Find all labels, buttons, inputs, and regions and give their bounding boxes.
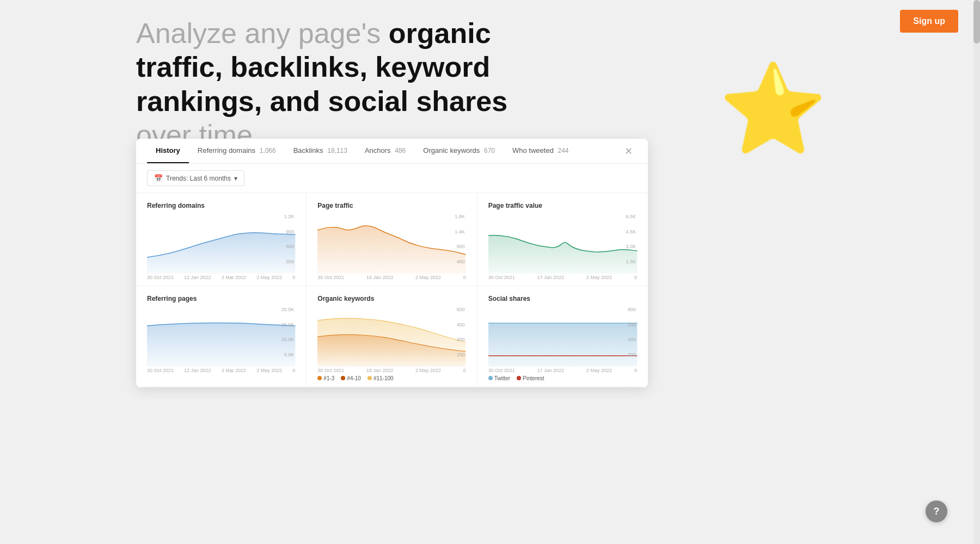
- chart-page-traffic-x-labels: 30 Oct 202116 Jan 20222 May 20220: [317, 275, 465, 280]
- tab-referring-domains[interactable]: Referring domains 1,066: [189, 139, 285, 163]
- help-button[interactable]: ?: [926, 500, 947, 522]
- charts-grid: Referring domains 1.2K900600300: [136, 193, 648, 387]
- chart-page-traffic: Page traffic 1.8K1.4K900450: [307, 193, 477, 286]
- trends-bar: 📅 Trends: Last 6 months ▾: [136, 164, 648, 193]
- chart-page-traffic-value-x-labels: 30 Oct 202117 Jan 20222 May 20220: [488, 275, 637, 280]
- legend-twitter: Twitter: [488, 375, 510, 381]
- hero-line1-light: Analyze any page's: [136, 17, 389, 49]
- star-decoration: ⭐: [719, 65, 828, 152]
- chart-organic-keywords: Organic keywords: [307, 286, 477, 387]
- chevron-down-icon: ▾: [234, 175, 237, 182]
- close-icon[interactable]: ✕: [620, 145, 637, 157]
- tab-organic-keywords[interactable]: Organic keywords 670: [414, 139, 504, 163]
- chart-page-traffic-value-area: 6.5K4.5K3.0K1.5K: [488, 214, 637, 274]
- legend-11-100: #11-100: [367, 375, 394, 381]
- hero-heading: Analyze any page's organictraffic, backl…: [136, 16, 544, 152]
- chart-page-traffic-area: 1.8K1.4K900450: [317, 214, 465, 274]
- legend-4-10: #4-10: [341, 375, 361, 381]
- tab-bar: History Referring domains 1,066 Backlink…: [136, 139, 648, 164]
- scrollbar-track: [973, 0, 980, 544]
- tab-backlinks[interactable]: Backlinks 18,113: [285, 139, 356, 163]
- chart-social-shares-area: 800600400200: [488, 307, 637, 367]
- trends-label: Trends: Last 6 months: [166, 175, 231, 182]
- chart-referring-pages-title: Referring pages: [147, 295, 295, 302]
- chart-organic-keywords-title: Organic keywords: [317, 295, 465, 302]
- chart-referring-domains-x-labels: 30 Oct 202112 Jan 20222 Mar 20222 May 20…: [147, 275, 295, 280]
- trends-dropdown-button[interactable]: 📅 Trends: Last 6 months ▾: [147, 170, 244, 186]
- header: Sign up: [878, 0, 980, 42]
- calendar-icon: 📅: [154, 174, 163, 182]
- chart-referring-pages-x-labels: 30 Oct 202112 Jan 20222 Mar 20222 May 20…: [147, 368, 295, 373]
- legend-pinterest: Pinterest: [517, 375, 544, 381]
- chart-page-traffic-value: Page traffic value 6.5K4.5K3.0K1.5K: [477, 193, 648, 286]
- analytics-card: History Referring domains 1,066 Backlink…: [136, 139, 648, 387]
- chart-social-shares-title: Social shares: [488, 295, 637, 302]
- chart-page-traffic-title: Page traffic: [317, 202, 465, 209]
- chart-referring-pages-area: 20.0K15.0K10.0K5.0K: [147, 307, 295, 367]
- chart-organic-keywords-x-labels: 30 Oct 202118 Jan 20222 May 20220: [317, 368, 465, 373]
- chart-referring-pages: Referring pages 20.0K15.0K10.0K5.0K: [136, 286, 307, 387]
- chart-referring-domains: Referring domains 1.2K900600300: [136, 193, 307, 286]
- tab-anchors[interactable]: Anchors 486: [356, 139, 414, 163]
- legend-1-3: #1-3: [317, 375, 334, 381]
- chart-page-traffic-value-title: Page traffic value: [488, 202, 637, 209]
- tab-who-tweeted[interactable]: Who tweeted 244: [504, 139, 578, 163]
- chart-social-shares-x-labels: 30 Oct 202117 Jan 20222 May 20220: [488, 368, 637, 373]
- organic-keywords-legend: #1-3 #4-10 #11-100: [317, 375, 465, 381]
- chart-organic-keywords-area: 600450300150: [317, 307, 465, 367]
- tab-history[interactable]: History: [147, 139, 189, 163]
- sign-up-button[interactable]: Sign up: [900, 10, 958, 33]
- chart-referring-domains-title: Referring domains: [147, 202, 295, 209]
- hero-section: Analyze any page's organictraffic, backl…: [136, 16, 544, 152]
- chart-social-shares: Social shares 800600400: [477, 286, 648, 387]
- social-shares-legend: Twitter Pinterest: [488, 375, 637, 381]
- chart-referring-domains-area: 1.2K900600300: [147, 214, 295, 274]
